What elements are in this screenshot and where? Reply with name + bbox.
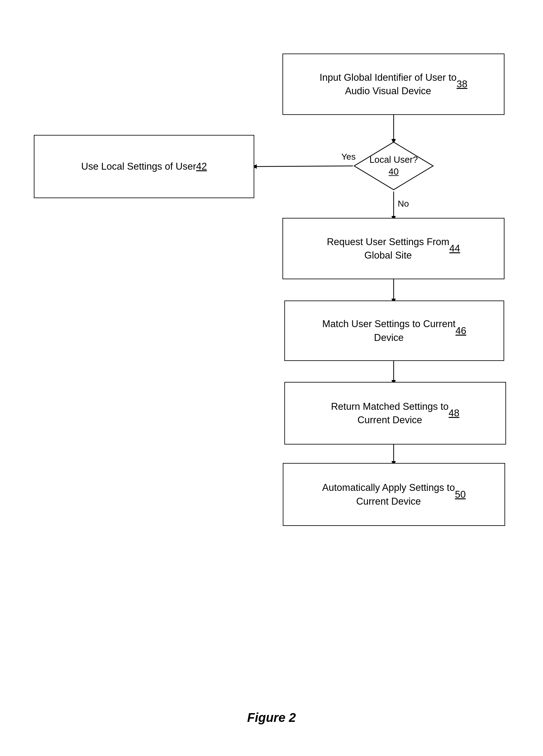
local-user-diamond: Local User?40 <box>353 141 434 191</box>
figure-caption: Figure 2 <box>0 711 543 725</box>
match-settings-ref: 46 <box>456 324 466 337</box>
no-label: No <box>398 199 409 208</box>
flowchart-diagram: Yes No Input Global Identifier of User t… <box>0 19 543 756</box>
use-local-ref: 42 <box>196 160 207 173</box>
request-settings-box: Request User Settings From Global Site 4… <box>283 218 505 279</box>
auto-apply-box: Automatically Apply Settings to Current … <box>283 463 505 526</box>
return-settings-ref: 48 <box>449 406 459 420</box>
figure-caption-text: Figure 2 <box>247 711 296 724</box>
use-local-box: Use Local Settings of User 42 <box>34 135 254 198</box>
svg-line-4 <box>255 166 353 167</box>
request-settings-ref: 44 <box>449 242 460 255</box>
local-user-text: Local User?40 <box>370 154 418 177</box>
return-settings-box: Return Matched Settings to Current Devic… <box>284 382 506 445</box>
input-global-box: Input Global Identifier of User to Audio… <box>283 54 505 115</box>
auto-apply-ref: 50 <box>455 488 466 501</box>
input-global-ref: 38 <box>457 77 467 91</box>
match-settings-box: Match User Settings to Current Device 46 <box>284 301 504 361</box>
